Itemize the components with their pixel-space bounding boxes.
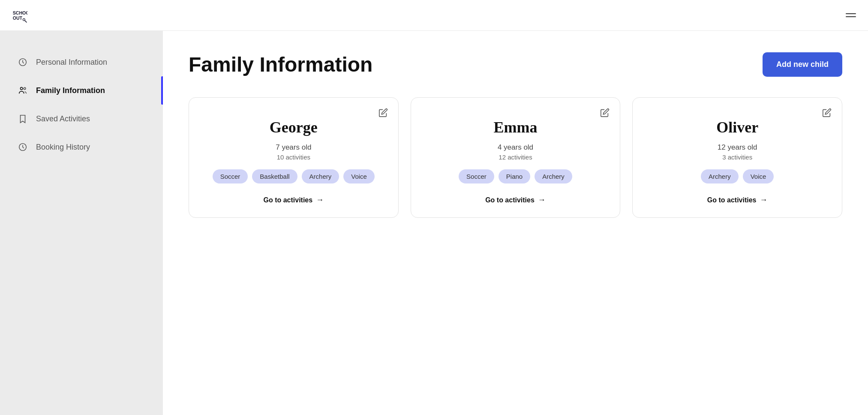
child-card: George7 years old10 activitiesSoccerBask… xyxy=(189,97,399,218)
child-age: 12 years old xyxy=(718,143,757,152)
activity-tag: Archery xyxy=(302,169,339,183)
arrow-right-icon: → xyxy=(538,195,546,204)
sidebar-label-personal-information: Personal Information xyxy=(36,58,107,67)
svg-text:SCHOOLS: SCHOOLS xyxy=(13,10,27,15)
edit-child-emma-button[interactable] xyxy=(598,106,611,120)
clock-circle-icon xyxy=(17,57,28,68)
edit-child-oliver-button[interactable] xyxy=(820,106,833,120)
child-age: 7 years old xyxy=(276,143,311,152)
activity-tag: Basketball xyxy=(252,169,297,183)
child-card: Oliver12 years old3 activitiesArcheryVoi… xyxy=(632,97,842,218)
arrow-right-icon: → xyxy=(316,195,324,204)
go-to-activities-emma-button[interactable]: Go to activities→ xyxy=(485,195,546,204)
go-to-label: Go to activities xyxy=(263,196,312,204)
svg-point-5 xyxy=(21,87,23,90)
layout: Personal Information Family Information … xyxy=(0,31,868,415)
activity-tag: Piano xyxy=(499,169,530,183)
sidebar-item-saved-activities[interactable]: Saved Activities xyxy=(0,105,163,133)
svg-point-6 xyxy=(24,87,26,90)
clock-icon xyxy=(17,141,28,153)
sidebar-item-booking-history[interactable]: Booking History xyxy=(0,133,163,161)
child-name: George xyxy=(270,118,318,136)
children-grid: George7 years old10 activitiesSoccerBask… xyxy=(189,97,842,218)
activity-tag: Archery xyxy=(535,169,572,183)
sidebar-label-saved-activities: Saved Activities xyxy=(36,114,90,123)
sidebar-label-booking-history: Booking History xyxy=(36,143,90,152)
svg-line-2 xyxy=(24,20,27,22)
child-age: 4 years old xyxy=(498,143,533,152)
page-title: Family Information xyxy=(189,53,372,76)
activity-tag: Voice xyxy=(343,169,375,183)
child-name: Emma xyxy=(493,118,537,136)
hamburger-menu-button[interactable] xyxy=(846,13,856,17)
activity-tag: Soccer xyxy=(213,169,248,183)
child-activities-count: 10 activities xyxy=(277,153,310,161)
svg-text:OUT: OUT xyxy=(13,15,23,20)
bookmark-icon xyxy=(17,113,28,124)
main-content: Family Information Add new child George7… xyxy=(163,31,868,415)
child-tags: SoccerBasketballArcheryVoice xyxy=(213,169,375,183)
sidebar-item-family-information[interactable]: Family Information xyxy=(0,76,163,105)
child-card: Emma4 years old12 activitiesSoccerPianoA… xyxy=(411,97,621,218)
activity-tag: Archery xyxy=(701,169,739,183)
sidebar-item-personal-information[interactable]: Personal Information xyxy=(0,48,163,76)
sidebar-label-family-information: Family Information xyxy=(36,86,105,95)
activity-tag: Voice xyxy=(743,169,774,183)
people-icon xyxy=(17,85,28,96)
go-to-activities-george-button[interactable]: Go to activities→ xyxy=(263,195,324,204)
logo-icon: SCHOOLS OUT xyxy=(12,8,27,23)
edit-child-george-button[interactable] xyxy=(377,106,390,120)
sidebar: Personal Information Family Information … xyxy=(0,31,163,415)
arrow-right-icon: → xyxy=(760,195,768,204)
activity-tag: Soccer xyxy=(459,169,494,183)
child-name: Oliver xyxy=(716,118,758,136)
main-header: Family Information Add new child xyxy=(189,52,842,77)
child-tags: SoccerPianoArchery xyxy=(459,169,572,183)
child-tags: ArcheryVoice xyxy=(701,169,774,183)
add-new-child-button[interactable]: Add new child xyxy=(763,52,842,77)
logo: SCHOOLS OUT xyxy=(12,8,27,23)
child-activities-count: 12 activities xyxy=(499,153,532,161)
svg-point-3 xyxy=(23,18,25,21)
go-to-label: Go to activities xyxy=(707,196,757,204)
go-to-activities-oliver-button[interactable]: Go to activities→ xyxy=(707,195,768,204)
child-activities-count: 3 activities xyxy=(722,153,752,161)
go-to-label: Go to activities xyxy=(485,196,535,204)
topbar: SCHOOLS OUT xyxy=(0,0,868,31)
